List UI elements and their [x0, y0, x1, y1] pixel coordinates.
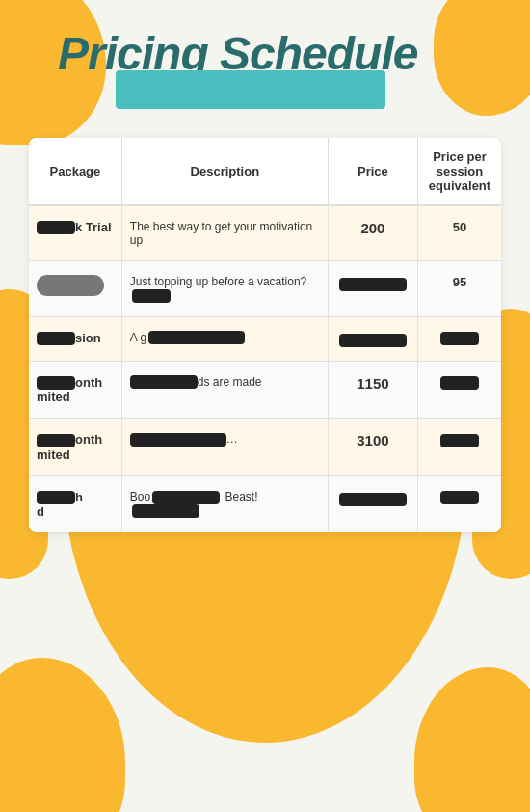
equivalent-cell	[418, 316, 502, 361]
table-row: hd Boo Beast!	[29, 475, 501, 532]
redact-pkg5	[37, 434, 75, 447]
package-cell: k Trial	[29, 205, 121, 261]
description-cell: …	[121, 419, 328, 476]
redact-desc6b	[132, 504, 199, 518]
redact-equiv3	[440, 332, 479, 345]
description-cell: ds are made	[121, 361, 328, 419]
pricing-table-wrapper: Package Description Price Price per sess…	[29, 138, 501, 533]
package-cell: onthmited	[29, 361, 121, 419]
pricing-table: Package Description Price Price per sess…	[29, 138, 501, 533]
page-container: Pricing Schedule Package Description Pri…	[0, 0, 530, 812]
price-cell	[328, 260, 417, 316]
price-cell	[328, 475, 417, 532]
table-header-row: Package Description Price Price per sess…	[29, 138, 501, 205]
description-cell: A g	[121, 316, 328, 361]
redact-price2	[339, 278, 407, 291]
header: Pricing Schedule	[0, 0, 530, 119]
package-cell: hd	[29, 475, 121, 532]
table-row: sion A g	[29, 316, 501, 361]
equivalent-cell	[418, 419, 502, 476]
redact-equiv5	[440, 434, 479, 447]
redact-desc4a	[130, 375, 198, 389]
description-cell: Boo Beast!	[121, 475, 328, 532]
equivalent-cell: 50	[418, 205, 502, 261]
table-row: k Trial The best way to get your motivat…	[29, 205, 501, 261]
equivalent-cell	[418, 475, 502, 532]
redact-price3	[339, 334, 407, 347]
redact-desc2	[132, 289, 171, 303]
redact-desc3	[148, 331, 245, 344]
price-cell: 200	[328, 205, 417, 261]
package-cell: onthmited	[29, 419, 121, 476]
description-cell: Just topping up before a vacation?	[121, 260, 328, 316]
redact-pkg2	[37, 275, 104, 296]
price-cell: 3100	[328, 419, 417, 476]
redact-price6	[339, 493, 407, 506]
header-price: Price	[328, 138, 417, 205]
package-cell	[29, 260, 121, 316]
redact-equiv4	[440, 376, 479, 390]
description-cell: The best way to get your motivation up	[121, 205, 328, 261]
blob-bottom-left	[0, 658, 125, 812]
redact-pkg1	[37, 221, 75, 234]
price-cell: 1150	[328, 361, 417, 419]
header-description: Description	[121, 138, 328, 205]
title-highlight	[116, 70, 385, 109]
redact-pkg3	[37, 332, 75, 345]
table-row: onthmited … 3100	[29, 419, 501, 476]
redact-desc5	[130, 433, 226, 447]
redact-desc6a	[152, 491, 220, 504]
equivalent-cell	[418, 361, 502, 419]
header-package: Package	[29, 138, 121, 205]
table-row: Just topping up before a vacation? 95	[29, 260, 501, 316]
redact-pkg6	[37, 491, 75, 504]
table-row: onthmited ds are made 1150	[29, 361, 501, 419]
blob-bottom-right	[414, 667, 530, 812]
package-cell: sion	[29, 316, 121, 361]
equivalent-cell: 95	[418, 260, 502, 316]
price-cell	[328, 316, 417, 361]
header-equivalent: Price per session equivalent	[418, 138, 502, 205]
redact-equiv6	[440, 491, 479, 504]
redact-pkg4	[37, 376, 75, 390]
